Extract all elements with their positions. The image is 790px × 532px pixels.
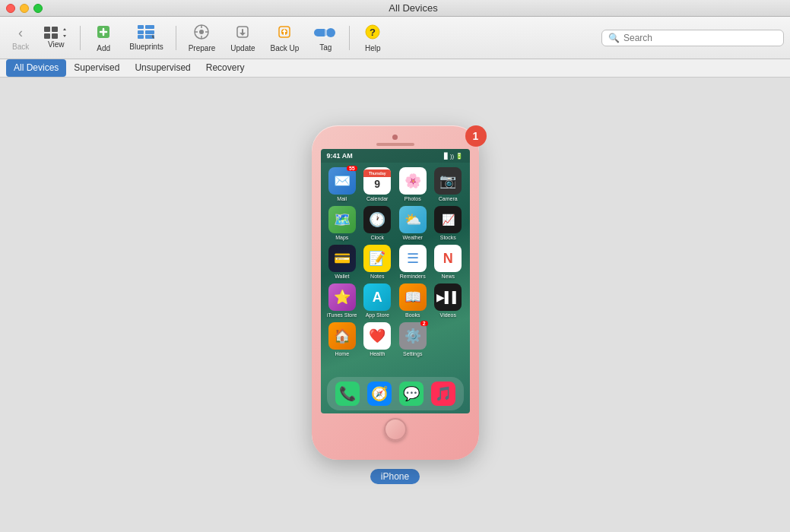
backup-icon — [276, 24, 293, 43]
back-icon: ‹ — [18, 25, 23, 41]
svg-rect-3 — [52, 33, 58, 39]
dock-music[interactable]: 🎵 — [431, 382, 455, 406]
svg-text:?: ? — [370, 26, 376, 37]
svg-rect-13 — [145, 30, 154, 34]
app-news[interactable]: N News — [433, 245, 464, 279]
svg-rect-28 — [284, 32, 285, 35]
svg-marker-5 — [63, 35, 66, 37]
search-input[interactable] — [623, 33, 777, 43]
status-time: 9:41 AM — [327, 152, 353, 160]
add-icon — [95, 24, 112, 43]
status-bar: 9:41 AM ▊ )) 🔋 — [321, 149, 470, 163]
help-button[interactable]: ? Help — [356, 21, 389, 55]
update-button[interactable]: Update — [224, 21, 261, 55]
update-icon — [234, 24, 251, 43]
app-reminders[interactable]: ☰ Reminders — [398, 245, 429, 279]
app-mail[interactable]: ✉️ 55 Mail — [327, 167, 358, 201]
iphone-device[interactable]: 9:41 AM ▊ )) 🔋 ✉️ 55 Mail — [312, 125, 479, 460]
traffic-lights — [6, 4, 43, 13]
svg-rect-2 — [44, 33, 50, 39]
app-camera[interactable]: 📷 Camera — [433, 167, 464, 201]
app-notes[interactable]: 📝 Notes — [362, 245, 393, 279]
tab-all-devices[interactable]: All Devices — [6, 59, 66, 77]
tab-supervised[interactable]: Supervised — [66, 59, 127, 77]
app-grid: ✉️ 55 Mail Thursday 9 — [321, 163, 470, 361]
svg-rect-10 — [138, 30, 144, 34]
back-label: Back — [12, 43, 29, 51]
backup-label: Back Up — [271, 44, 300, 52]
device-badge: 1 — [465, 125, 487, 147]
app-wallet[interactable]: 💳 Wallet — [327, 245, 358, 279]
app-itunes[interactable]: ⭐ iTunes Store — [327, 283, 358, 318]
app-photos[interactable]: 🌸 Photos — [398, 167, 429, 201]
tag-icon — [314, 24, 337, 42]
app-health[interactable]: ❤️ Health — [362, 322, 393, 356]
update-label: Update — [230, 44, 255, 52]
iphone-camera — [392, 135, 398, 140]
separator-1 — [80, 26, 81, 50]
prepare-label: Prepare — [189, 44, 216, 52]
svg-marker-4 — [63, 28, 66, 30]
app-stocks[interactable]: 📈 Stocks — [433, 206, 464, 240]
backup-button[interactable]: Back Up — [265, 21, 306, 55]
blueprints-label: Blueprints — [129, 43, 163, 51]
separator-3 — [349, 26, 350, 50]
prepare-button[interactable]: Prepare — [182, 21, 222, 55]
app-books[interactable]: 📖 Books — [398, 283, 429, 318]
app-maps[interactable]: 🗺️ Maps — [327, 206, 358, 240]
window-title: All Devices — [43, 2, 784, 14]
minimize-button[interactable] — [20, 4, 29, 13]
app-home[interactable]: 🏠 Home — [327, 322, 358, 356]
dock-phone[interactable]: 📞 — [335, 382, 360, 406]
blueprints-icon — [138, 25, 154, 41]
svg-rect-9 — [138, 25, 144, 29]
app-weather[interactable]: ⛅ Weather — [398, 206, 429, 240]
tab-recovery[interactable]: Recovery — [198, 59, 252, 77]
status-icons: ▊ )) 🔋 — [444, 153, 464, 160]
dock-safari[interactable]: 🧭 — [367, 382, 392, 406]
prepare-icon — [193, 24, 210, 43]
back-button[interactable]: ‹ Back — [6, 22, 35, 54]
iphone-dock: 📞 🧭 💬 — [327, 377, 464, 410]
svg-point-17 — [199, 30, 204, 34]
svg-rect-1 — [52, 27, 58, 32]
view-icon — [44, 27, 68, 39]
svg-rect-0 — [44, 27, 50, 32]
app-videos[interactable]: ▶▌▌ Videos — [433, 283, 464, 318]
device-area: 1 9:41 AM ▊ )) 🔋 ✉️ — [0, 78, 790, 532]
iphone-wrapper: 1 9:41 AM ▊ )) 🔋 ✉️ — [312, 125, 479, 484]
iphone-home-button[interactable] — [384, 418, 407, 441]
search-box[interactable]: 🔍 — [601, 30, 784, 46]
app-settings[interactable]: ⚙️ 2 Settings — [398, 322, 429, 356]
add-button[interactable]: Add — [87, 21, 120, 55]
app-empty — [433, 322, 464, 356]
title-bar: All Devices — [0, 0, 790, 17]
filter-bar: All Devices Supervised Unsupervised Reco… — [0, 59, 790, 78]
svg-rect-31 — [325, 28, 327, 37]
app-clock[interactable]: 🕐 Clock — [362, 206, 393, 240]
close-button[interactable] — [6, 4, 15, 13]
app-appstore[interactable]: A App Store — [362, 283, 393, 318]
iphone-speaker — [376, 143, 414, 146]
maximize-button[interactable] — [33, 4, 43, 13]
svg-marker-24 — [240, 33, 246, 36]
main-content: 1 9:41 AM ▊ )) 🔋 ✉️ — [0, 78, 790, 532]
tag-label: Tag — [319, 43, 332, 52]
add-label: Add — [97, 44, 110, 52]
svg-point-30 — [326, 28, 335, 37]
iphone-screen: 9:41 AM ▊ )) 🔋 ✉️ 55 Mail — [321, 149, 470, 413]
tab-unsupervised[interactable]: Unsupervised — [127, 59, 198, 77]
help-label: Help — [365, 44, 381, 52]
view-label: View — [48, 40, 65, 49]
help-icon: ? — [364, 24, 381, 43]
dock-messages[interactable]: 💬 — [399, 382, 424, 406]
toolbar: ‹ Back View Add — [0, 17, 790, 59]
search-icon: 🔍 — [608, 33, 620, 43]
view-button[interactable]: View — [38, 24, 74, 52]
tag-button[interactable]: Tag — [308, 21, 343, 55]
svg-rect-11 — [138, 35, 144, 39]
app-calendar[interactable]: Thursday 9 Calendar — [362, 167, 393, 201]
device-label: iPhone — [370, 469, 420, 484]
svg-rect-12 — [145, 25, 154, 29]
blueprints-button[interactable]: Blueprints — [123, 22, 169, 54]
